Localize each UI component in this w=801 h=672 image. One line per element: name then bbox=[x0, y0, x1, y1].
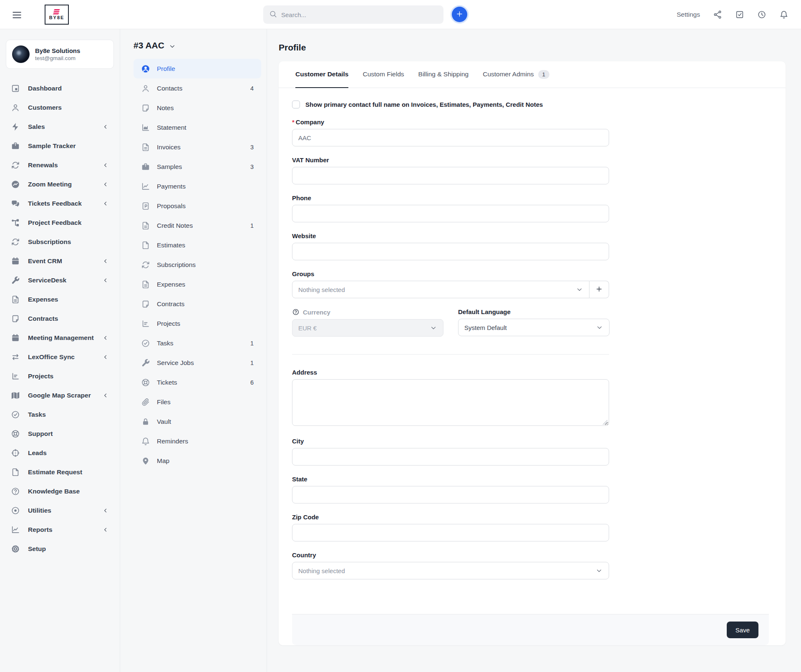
customer-menu-label: Files bbox=[157, 398, 171, 406]
sidebar-item-sales[interactable]: Sales bbox=[6, 117, 114, 136]
sidebar-item-knowledge-base[interactable]: Knowledge Base bbox=[6, 482, 114, 501]
sidebar-item-label: ServiceDesk bbox=[28, 277, 66, 284]
app-logo[interactable]: BY8E bbox=[45, 5, 69, 25]
sidebar-item-lexoffice-sync[interactable]: LexOffice Sync bbox=[6, 347, 114, 367]
customer-menu-statement[interactable]: Statement bbox=[134, 118, 261, 137]
vat-input[interactable] bbox=[292, 167, 609, 184]
sidebar-item-label: Zoom Meeting bbox=[28, 181, 72, 188]
default-language-select[interactable]: System Default bbox=[458, 319, 610, 336]
customer-menu-label: Statement bbox=[157, 124, 186, 131]
customer-menu-label: Contracts bbox=[157, 300, 184, 308]
sidebar-item-setup[interactable]: Setup bbox=[6, 539, 114, 559]
wrench-icon bbox=[11, 276, 20, 285]
customer-menu-tasks[interactable]: Tasks 1 bbox=[134, 333, 261, 353]
phone-input[interactable] bbox=[292, 205, 609, 222]
customer-menu-expenses[interactable]: Expenses bbox=[134, 274, 261, 294]
tab-custom-fields[interactable]: Custom Fields bbox=[363, 61, 404, 88]
customer-menu-contacts[interactable]: Contacts 4 bbox=[134, 78, 261, 98]
customer-menu-estimates[interactable]: Estimates bbox=[134, 235, 261, 255]
sidebar-item-tasks[interactable]: Tasks bbox=[6, 405, 114, 424]
sidebar-item-servicedesk[interactable]: ServiceDesk bbox=[6, 271, 114, 290]
customer-menu-payments[interactable]: Payments bbox=[134, 176, 261, 196]
settings-link[interactable]: Settings bbox=[677, 11, 700, 18]
sidebar-item-renewals[interactable]: Renewals bbox=[6, 156, 114, 175]
save-button[interactable]: Save bbox=[727, 622, 758, 638]
phone-field: Phone bbox=[292, 194, 769, 222]
sidebar-item-estimate-request[interactable]: Estimate Request bbox=[6, 463, 114, 482]
chevron-left-icon bbox=[102, 335, 109, 341]
account-card[interactable]: By8e Solutions test@gmail.com bbox=[6, 40, 114, 69]
customer-menu-notes[interactable]: Notes bbox=[134, 98, 261, 118]
clock-icon[interactable] bbox=[757, 10, 766, 19]
sidebar-item-leads[interactable]: Leads bbox=[6, 443, 114, 463]
calendar-icon bbox=[11, 257, 20, 266]
sidebar-item-zoom-meeting[interactable]: Zoom Meeting bbox=[6, 175, 114, 194]
default-language-select-value: System Default bbox=[464, 324, 596, 331]
check-square-icon[interactable] bbox=[735, 10, 744, 19]
sidebar-item-subscriptions[interactable]: Subscriptions bbox=[6, 232, 114, 252]
chart-area-icon bbox=[141, 123, 150, 132]
city-input[interactable] bbox=[292, 448, 609, 466]
customer-menu-reminders[interactable]: Reminders bbox=[134, 431, 261, 451]
state-field: State bbox=[292, 476, 769, 503]
groups-select[interactable]: Nothing selected bbox=[292, 281, 589, 298]
customer-menu-contracts[interactable]: Contracts bbox=[134, 294, 261, 314]
company-input[interactable] bbox=[292, 129, 609, 146]
tab-billing-shipping[interactable]: Billing & Shipping bbox=[418, 61, 469, 88]
customer-menu-label: Subscriptions bbox=[157, 261, 196, 269]
sidebar-item-project-feedback[interactable]: Project Feedback bbox=[6, 213, 114, 232]
customer-menu-subscriptions[interactable]: Subscriptions bbox=[134, 255, 261, 274]
customer-details-form: Show primary contact full name on Invoic… bbox=[279, 88, 786, 645]
customer-menu-profile[interactable]: Profile bbox=[134, 59, 261, 78]
sidebar-item-event-crm[interactable]: Event CRM bbox=[6, 252, 114, 271]
zip-input[interactable] bbox=[292, 524, 609, 541]
address-textarea[interactable] bbox=[292, 379, 609, 426]
customer-menu-projects[interactable]: Projects bbox=[134, 314, 261, 333]
sidebar-item-meeting-management[interactable]: Meeting Management bbox=[6, 328, 114, 347]
show-primary-contact-checkbox[interactable] bbox=[292, 101, 300, 108]
customer-menu-vault[interactable]: Vault bbox=[134, 412, 261, 431]
website-input[interactable] bbox=[292, 243, 609, 260]
sidebar-item-sample-tracker[interactable]: Sample Tracker bbox=[6, 136, 114, 156]
sidebar-item-contracts[interactable]: Contracts bbox=[6, 309, 114, 328]
customer-menu-samples[interactable]: Samples 3 bbox=[134, 157, 261, 176]
sidebar-item-customers[interactable]: Customers bbox=[6, 98, 114, 117]
sidebar-item-projects[interactable]: Projects bbox=[6, 367, 114, 386]
tab-customer-details[interactable]: Customer Details bbox=[295, 61, 348, 88]
country-select[interactable]: Nothing selected bbox=[292, 562, 609, 579]
chevron-left-icon bbox=[102, 354, 109, 360]
customer-menu-proposals[interactable]: Proposals bbox=[134, 196, 261, 216]
website-label: Website bbox=[292, 232, 769, 239]
sidebar-item-tickets-feedback[interactable]: Tickets Feedback bbox=[6, 194, 114, 213]
item-count-badge: 1 bbox=[250, 340, 254, 347]
add-group-button[interactable] bbox=[589, 281, 609, 298]
sidebar-item-google-map-scraper[interactable]: Google Map Scraper bbox=[6, 386, 114, 405]
sidebar-item-reports[interactable]: Reports bbox=[6, 520, 114, 539]
currency-field: Currency EUR € bbox=[292, 308, 443, 337]
sidebar-item-label: Leads bbox=[28, 449, 47, 457]
customer-menu-map[interactable]: Map bbox=[134, 451, 261, 471]
customer-menu-invoices[interactable]: Invoices 3 bbox=[134, 137, 261, 157]
customer-menu-service-jobs[interactable]: Service Jobs 1 bbox=[134, 353, 261, 372]
customer-menu-credit-notes[interactable]: Credit Notes 1 bbox=[134, 216, 261, 235]
sidebar-item-label: Tickets Feedback bbox=[28, 200, 82, 207]
bell-icon[interactable] bbox=[779, 10, 788, 19]
search-input[interactable] bbox=[281, 11, 438, 18]
profile-card: Customer Details Custom Fields Billing &… bbox=[279, 61, 786, 645]
file-text-icon bbox=[11, 295, 20, 304]
share-icon[interactable] bbox=[713, 10, 722, 19]
sidebar-item-utilities[interactable]: Utilities bbox=[6, 501, 114, 520]
quick-add-button[interactable] bbox=[452, 7, 467, 22]
customer-menu-tickets[interactable]: Tickets 6 bbox=[134, 372, 261, 392]
state-input[interactable] bbox=[292, 486, 609, 503]
customer-menu-files[interactable]: Files bbox=[134, 392, 261, 412]
company-field: *Company bbox=[292, 118, 769, 146]
customer-selector[interactable]: #3 AAC bbox=[120, 29, 267, 59]
hamburger-menu-button[interactable] bbox=[11, 9, 23, 20]
tab-customer-admins[interactable]: Customer Admins 1 bbox=[483, 61, 549, 88]
sidebar-item-support[interactable]: Support bbox=[6, 424, 114, 443]
default-language-field: Default Language System Default bbox=[458, 308, 610, 337]
country-label: Country bbox=[292, 551, 769, 559]
sidebar-item-dashboard[interactable]: Dashboard bbox=[6, 79, 114, 98]
sidebar-item-expenses[interactable]: Expenses bbox=[6, 290, 114, 309]
